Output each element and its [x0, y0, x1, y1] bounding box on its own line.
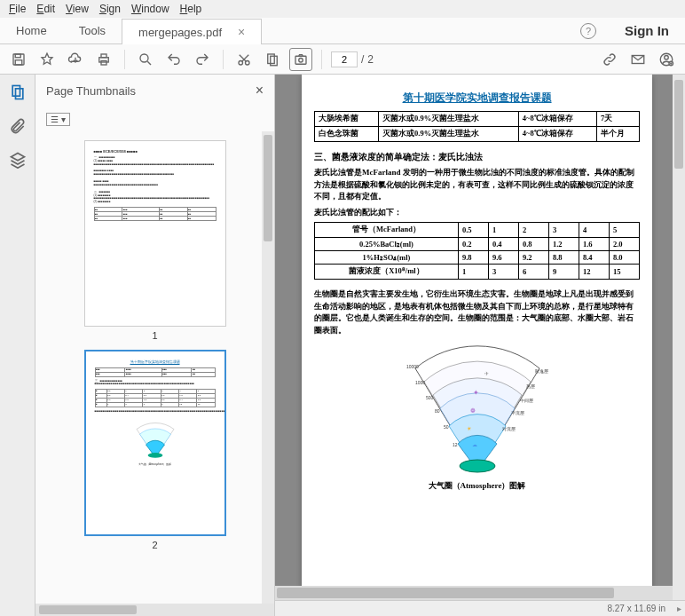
svg-text:中间层: 中间层 — [520, 398, 533, 403]
paragraph-2: 生物圈是自然灾害主要发生地，它衍生出环境生态灾害。生物圈是地球上凡是出现并感受到… — [314, 288, 640, 336]
table-1: 大肠埃希菌灭菌水或0.9%灭菌生理盐水4~8℃冰箱保存7天 白色念珠菌灭菌水或0… — [314, 111, 640, 142]
layers-icon[interactable] — [9, 151, 27, 169]
nav-rail — [0, 75, 35, 616]
menu-edit[interactable]: Edit — [31, 3, 60, 15]
tab-tools[interactable]: Tools — [63, 19, 122, 43]
panel-vscroll[interactable] — [262, 131, 274, 604]
panel-title: Page Thumbnails — [46, 84, 136, 98]
svg-point-19 — [147, 453, 162, 458]
menu-view[interactable]: View — [60, 3, 94, 15]
close-tab-icon[interactable]: × — [238, 25, 245, 39]
cloud-icon[interactable] — [64, 48, 87, 71]
signin-button[interactable]: Sign In — [609, 23, 685, 38]
thumb-1-label: 1 — [84, 330, 226, 341]
toolbar: / 2 — [0, 44, 685, 75]
snapshot-icon[interactable] — [289, 48, 312, 71]
menu-bar: FFileile Edit View Sign Window Help — [0, 0, 685, 18]
viewer-hscroll[interactable] — [275, 586, 673, 600]
svg-text:对流层: 对流层 — [502, 426, 516, 431]
svg-text:10000: 10000 — [406, 364, 419, 369]
svg-rect-3 — [99, 57, 109, 61]
viewer-vscroll[interactable] — [673, 75, 685, 616]
doc-title: 第十期医学院实地调查报告课题 — [314, 91, 640, 106]
thumbnails-icon[interactable] — [9, 83, 27, 101]
undo-icon[interactable] — [162, 48, 185, 71]
diagram-caption: 大气圈（Atmosphere）图解 — [314, 480, 640, 492]
thumbnails-list: ■■■■ ECE/ECE/558 ■■■■■ 一、■■■■■■■■■■(1) ■… — [35, 131, 274, 604]
redo-icon[interactable] — [191, 48, 214, 71]
thumbnails-panel: Page Thumbnails × ☰ ▾ ■■■■ ECE/ECE/558 ■… — [35, 75, 275, 616]
cut-icon[interactable] — [232, 48, 256, 71]
svg-point-6 — [140, 54, 148, 62]
panel-options-icon[interactable]: ☰ ▾ — [46, 113, 70, 126]
search-icon[interactable] — [134, 48, 157, 71]
print-icon[interactable] — [92, 48, 115, 71]
svg-rect-5 — [101, 60, 106, 65]
panel-hscroll[interactable] — [39, 605, 137, 614]
menu-file[interactable]: FFileile — [4, 3, 31, 15]
document-viewer: 第十期医学院实地调查报告课题 大肠埃希菌灭菌水或0.9%灭菌生理盐水4~8℃冰箱… — [275, 75, 685, 616]
tab-bar: Home Tools mergepages.pdf × ? Sign In — [0, 18, 685, 44]
star-icon[interactable] — [35, 48, 59, 71]
paragraph-1: 麦氏比浊管是McFarland 发明的一种用于微生物比浊的不同浊度的标准浊度管。… — [314, 167, 640, 203]
svg-text:1000: 1000 — [415, 380, 425, 385]
svg-text:❁: ❁ — [470, 407, 476, 414]
svg-text:50: 50 — [444, 424, 449, 430]
help-icon[interactable]: ? — [580, 23, 596, 39]
svg-rect-11 — [295, 56, 306, 64]
svg-point-15 — [665, 55, 669, 59]
page-sep: / — [361, 53, 364, 66]
link-icon[interactable] — [598, 48, 621, 71]
svg-rect-2 — [15, 59, 22, 64]
status-bar: 8.27 x 11.69 in ▸ — [275, 600, 685, 616]
page-content: 第十期医学院实地调查报告课题 大肠埃希菌灭菌水或0.9%灭菌生理盐水4~8℃冰箱… — [302, 75, 652, 589]
attachment-icon[interactable] — [9, 117, 27, 135]
close-panel-icon[interactable]: × — [256, 83, 264, 99]
svg-text:☀: ☀ — [467, 426, 471, 431]
menu-sign[interactable]: Sign — [94, 3, 126, 15]
expand-icon[interactable]: ▸ — [673, 604, 685, 613]
section-3: 三、菌悬液浓度的简单确定法：麦氏比浊法 — [314, 151, 640, 163]
svg-text:✈: ✈ — [484, 371, 489, 376]
svg-text:500: 500 — [426, 395, 434, 400]
mail-icon[interactable] — [626, 48, 650, 71]
thumbnail-1[interactable]: ■■■■ ECE/ECE/558 ■■■■■ 一、■■■■■■■■■■(1) ■… — [84, 140, 226, 341]
page-total: 2 — [367, 53, 374, 66]
svg-text:平流层: 平流层 — [511, 410, 524, 415]
svg-rect-18 — [15, 89, 22, 99]
svg-rect-10 — [271, 56, 278, 66]
svg-text:12: 12 — [453, 442, 458, 447]
svg-text:✦: ✦ — [473, 389, 479, 397]
svg-rect-4 — [101, 54, 106, 58]
svg-text:热层: 热层 — [526, 383, 535, 389]
tab-document[interactable]: mergepages.pdf × — [122, 19, 262, 44]
paragraph-1b: 麦氏比浊管的配比如下： — [314, 207, 640, 219]
tab-home[interactable]: Home — [0, 19, 63, 43]
tab-document-label: mergepages.pdf — [138, 26, 222, 39]
save-icon[interactable] — [7, 48, 30, 71]
thumbnail-2[interactable]: 第十期医学院实地调查报告课题 ■■■■■■■■■■■■■■■■■■■■■■■■ … — [84, 350, 226, 550]
menu-help[interactable]: Help — [175, 3, 208, 15]
svg-text:☁: ☁ — [472, 442, 477, 447]
atmosphere-diagram: 10000 1000 500 80 50 12 散逸层 热层 中间层 平流层 对… — [389, 342, 566, 475]
svg-text:散逸层: 散逸层 — [535, 368, 548, 374]
table-2: 管号（McFarland）0.512345 0.25%BaCl₂(ml)0.20… — [314, 222, 640, 280]
svg-text:80: 80 — [435, 408, 440, 414]
menu-window[interactable]: Window — [126, 3, 175, 15]
page-dimensions: 8.27 x 11.69 in — [607, 604, 673, 613]
profile-icon[interactable] — [655, 48, 678, 71]
svg-point-12 — [299, 58, 303, 62]
thumb-2-label: 2 — [84, 540, 226, 550]
pages-icon[interactable] — [261, 48, 284, 71]
svg-rect-1 — [15, 54, 20, 58]
svg-point-20 — [460, 460, 495, 472]
page-counter: / 2 — [331, 51, 374, 67]
page-input[interactable] — [331, 51, 358, 67]
